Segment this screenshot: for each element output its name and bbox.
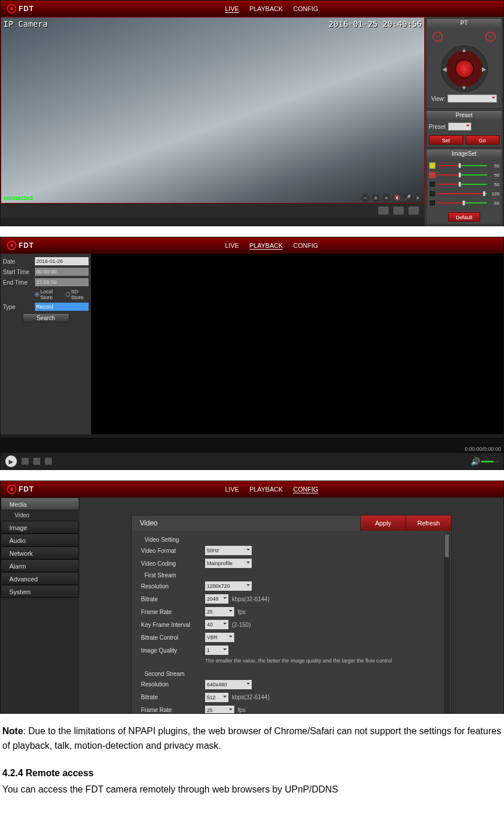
preset-select[interactable]: 1: [448, 122, 471, 131]
fast-icon[interactable]: [45, 458, 52, 465]
keyframe-input[interactable]: 40: [205, 620, 228, 629]
image-slider-3[interactable]: 120: [429, 189, 499, 198]
brand-logo: FDT: [1, 240, 40, 251]
ptz-left-icon[interactable]: ◀: [442, 66, 447, 72]
image-slider-2[interactable]: 50: [429, 180, 499, 189]
video-coding-select[interactable]: Mainprofile: [205, 559, 252, 568]
volume-icon[interactable]: 🔊: [471, 457, 480, 466]
mute-icon[interactable]: 🔇: [393, 194, 401, 202]
volume-slider[interactable]: [481, 461, 499, 462]
image-slider-0[interactable]: 50: [429, 161, 499, 170]
imageset-panel: ImageSet 50 50 50 120 60 Default: [426, 149, 502, 225]
brand-text: FDT: [19, 5, 34, 13]
mic-icon[interactable]: 🎤: [403, 194, 411, 202]
date-input[interactable]: 2016-01-26: [35, 257, 89, 265]
framerate2-select[interactable]: 25: [205, 706, 234, 713]
pt-right-end-icon[interactable]: ↦: [485, 31, 496, 42]
bitrate1-input[interactable]: 2048: [205, 594, 228, 604]
ptz-down-icon[interactable]: ▼: [461, 85, 467, 91]
side-network[interactable]: Network: [1, 546, 79, 559]
side-audio[interactable]: Audio: [1, 534, 79, 546]
tab-config[interactable]: CONFIG: [293, 486, 318, 493]
live-video: IP Camera 2016-01-25 20:49:56 connected …: [1, 17, 425, 204]
framerate2-suffix: fps: [238, 707, 245, 713]
end-time-input[interactable]: 23:59:59: [35, 278, 89, 286]
tab-live[interactable]: LIVE: [225, 5, 239, 13]
preset-label: Preset: [429, 124, 446, 130]
video-format-select[interactable]: 50Hz: [205, 546, 252, 555]
search-button[interactable]: Search: [23, 313, 69, 322]
folder-icon[interactable]: [408, 206, 419, 215]
side-advanced[interactable]: Advanced: [1, 572, 79, 585]
screenshot-live: FDT LIVE PLAYBACK CONFIG IP Camera 2016-…: [0, 0, 504, 226]
resolution1-select[interactable]: 1280x720: [205, 581, 252, 591]
side-video[interactable]: Video: [1, 510, 79, 521]
section-heading: 4.2.4 Remote access: [2, 766, 502, 781]
playback-time-display: 0:00:00/0:00:00: [1, 446, 503, 453]
view-label: View:: [431, 96, 445, 102]
config-panel: Video Apply Refresh Video Setting Video …: [131, 515, 452, 713]
side-alarm[interactable]: Alarm: [1, 559, 79, 572]
tab-config[interactable]: CONFIG: [293, 5, 318, 13]
brand-logo: FDT: [1, 484, 40, 495]
bitrate2-suffix: kbps(32-6144): [232, 694, 269, 700]
ptz-wheel[interactable]: ▲ ▼ ◀ ▶: [441, 45, 488, 92]
start-time-input[interactable]: 00:00:00: [35, 268, 89, 276]
image-slider-1[interactable]: 50: [429, 170, 499, 180]
image-slider-4[interactable]: 60: [429, 198, 499, 208]
pt-left-end-icon[interactable]: ↤: [432, 31, 443, 42]
brand-text: FDT: [19, 485, 34, 493]
brand-text: FDT: [19, 241, 34, 250]
imageset-default-button[interactable]: Default: [448, 212, 480, 222]
view-select[interactable]: First Stream: [447, 94, 497, 103]
stop-icon[interactable]: [22, 458, 29, 465]
tab-live[interactable]: LIVE: [225, 242, 239, 250]
bitrate2-input[interactable]: 512: [205, 693, 228, 702]
ptz-home-icon[interactable]: [455, 59, 474, 78]
zoom-in-icon[interactable]: +: [382, 194, 390, 202]
end-label: End Time: [3, 279, 35, 286]
side-media[interactable]: Media: [1, 497, 79, 510]
video-controls: − ⊙ + 🔇 🎤 ✕: [361, 194, 422, 202]
playback-controls: ▶ 🔊: [1, 453, 503, 469]
preset-go-button[interactable]: Go: [466, 135, 500, 145]
tab-playback[interactable]: PLAYBACK: [249, 486, 283, 493]
nav-tabs: LIVE PLAYBACK CONFIG: [40, 5, 503, 13]
start-label: Start Time: [3, 269, 35, 275]
playback-video: [91, 254, 503, 434]
group-second-stream: Second Stream: [141, 668, 442, 678]
scrollbar[interactable]: [444, 533, 450, 713]
sd-store-radio[interactable]: SD Store: [66, 289, 89, 300]
resolution2-label: Resolution: [141, 681, 205, 688]
zoom-reset-icon[interactable]: ⊙: [372, 194, 380, 202]
image-quality-input[interactable]: 1: [205, 646, 228, 655]
tab-live[interactable]: LIVE: [225, 486, 239, 493]
zoom-out-icon[interactable]: −: [361, 194, 369, 202]
play-icon[interactable]: ▶: [5, 455, 17, 467]
video-coding-label: Video Coding: [141, 560, 205, 567]
framerate1-select[interactable]: 25: [205, 607, 234, 616]
refresh-button[interactable]: Refresh: [406, 516, 451, 531]
playback-sidebar: Date2016-01-26 Start Time00:00:00 End Ti…: [1, 254, 91, 434]
bitrate-control-select[interactable]: VBR: [205, 633, 234, 642]
tab-playback[interactable]: PLAYBACK: [249, 242, 283, 250]
local-store-radio[interactable]: Local Store: [35, 289, 62, 300]
type-select[interactable]: Record: [35, 303, 89, 311]
topbar: FDT LIVE PLAYBACK CONFIG: [1, 237, 503, 254]
section-body: You can access the FDT camera remotely t…: [2, 783, 502, 797]
ptz-right-icon[interactable]: ▶: [482, 66, 487, 72]
close-icon[interactable]: ✕: [414, 194, 422, 202]
resolution2-select[interactable]: 640x480: [205, 680, 252, 689]
apply-button[interactable]: Apply: [360, 516, 406, 531]
side-system[interactable]: System: [1, 585, 79, 598]
ptz-up-icon[interactable]: ▲: [461, 47, 467, 53]
tab-config[interactable]: CONFIG: [293, 242, 318, 250]
record-icon[interactable]: [393, 206, 404, 215]
slow-icon[interactable]: [33, 458, 40, 465]
side-image[interactable]: Image: [1, 521, 79, 534]
playback-timeline[interactable]: [1, 438, 503, 446]
brand-logo: FDT: [1, 3, 40, 14]
snapshot-icon[interactable]: [378, 206, 389, 215]
tab-playback[interactable]: PLAYBACK: [249, 5, 283, 13]
preset-set-button[interactable]: Set: [429, 135, 463, 145]
